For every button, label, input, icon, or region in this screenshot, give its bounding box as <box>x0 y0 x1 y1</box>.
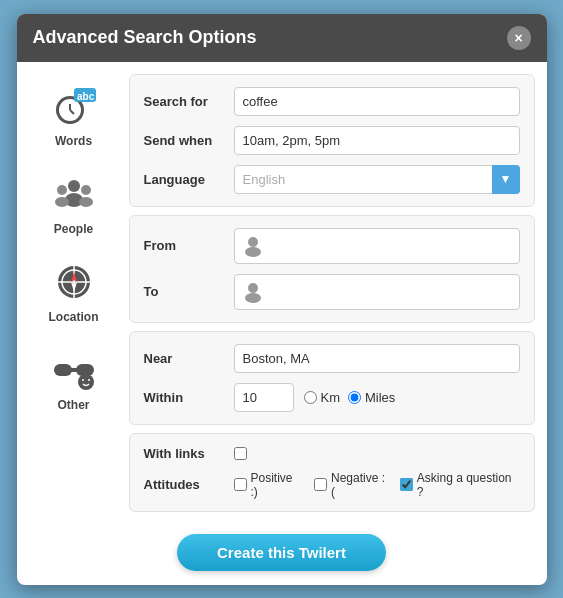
positive-text: Positive :) <box>251 471 303 499</box>
near-input[interactable] <box>234 344 520 373</box>
within-label: Within <box>144 390 224 405</box>
search-for-row: Search for <box>144 87 520 116</box>
sidebar-people-label: People <box>54 222 93 236</box>
to-label: To <box>144 284 224 299</box>
attitudes-row: Attitudes Positive :) Negative :( Ask <box>144 471 520 499</box>
svg-point-22 <box>82 379 84 381</box>
svg-point-6 <box>68 180 80 192</box>
from-input[interactable] <box>234 228 520 264</box>
people-icon <box>50 170 98 218</box>
from-row: From <box>144 228 520 264</box>
attitudes-group: Positive :) Negative :( Asking a questio… <box>234 471 520 499</box>
modal-title: Advanced Search Options <box>33 27 257 48</box>
words-icon: abc <box>50 82 98 130</box>
sidebar-item-location[interactable]: Location <box>29 250 119 332</box>
with-links-row: With links <box>144 446 520 461</box>
miles-radio[interactable] <box>348 391 361 404</box>
svg-point-23 <box>88 379 90 381</box>
distance-unit-group: Km Miles <box>304 390 520 405</box>
with-links-checkbox-group <box>234 447 520 460</box>
svg-rect-20 <box>66 368 82 372</box>
send-when-input[interactable] <box>234 126 520 155</box>
svg-point-9 <box>55 197 69 207</box>
svg-point-26 <box>248 283 258 293</box>
create-twilert-button[interactable]: Create this Twilert <box>177 534 386 571</box>
sidebar-item-words[interactable]: abc Words <box>29 74 119 156</box>
svg-point-27 <box>245 293 261 303</box>
sidebar-item-other[interactable]: Other <box>29 338 119 420</box>
to-row: To <box>144 274 520 310</box>
location-icon <box>50 258 98 306</box>
words-section: Search for Send when Language English Fr… <box>129 74 535 207</box>
svg-text:abc: abc <box>77 91 95 102</box>
within-row: Within Km Miles <box>144 383 520 412</box>
other-section: With links Attitudes Positive :) <box>129 433 535 512</box>
asking-checkbox[interactable] <box>400 478 413 491</box>
modal-body: abc Words People <box>17 62 547 524</box>
sidebar-location-label: Location <box>49 310 99 324</box>
search-for-label: Search for <box>144 94 224 109</box>
near-label: Near <box>144 351 224 366</box>
negative-checkbox[interactable] <box>314 478 327 491</box>
close-button[interactable]: × <box>507 26 531 50</box>
near-row: Near <box>144 344 520 373</box>
svg-point-10 <box>81 185 91 195</box>
km-radio[interactable] <box>304 391 317 404</box>
sidebar-item-people[interactable]: People <box>29 162 119 244</box>
asking-text: Asking a question ? <box>417 471 520 499</box>
from-label: From <box>144 238 224 253</box>
language-row: Language English French Spanish ▼ <box>144 165 520 194</box>
content-area: Search for Send when Language English Fr… <box>129 74 535 512</box>
people-section: From To <box>129 215 535 323</box>
send-when-label: Send when <box>144 133 224 148</box>
other-icon <box>50 346 98 394</box>
language-select-wrap: English French Spanish ▼ <box>234 165 520 194</box>
asking-label[interactable]: Asking a question ? <box>400 471 520 499</box>
positive-label[interactable]: Positive :) <box>234 471 303 499</box>
km-radio-label[interactable]: Km <box>304 390 341 405</box>
person-icon-2 <box>243 281 263 303</box>
search-for-input[interactable] <box>234 87 520 116</box>
language-label: Language <box>144 172 224 187</box>
sidebar-other-label: Other <box>57 398 89 412</box>
svg-point-8 <box>57 185 67 195</box>
person-icon <box>243 235 263 257</box>
km-label: Km <box>321 390 341 405</box>
positive-checkbox[interactable] <box>234 478 247 491</box>
language-select[interactable]: English French Spanish <box>234 165 520 194</box>
modal-header: Advanced Search Options × <box>17 14 547 62</box>
modal-footer: Create this Twilert <box>17 524 547 585</box>
miles-radio-label[interactable]: Miles <box>348 390 395 405</box>
with-links-checkbox[interactable] <box>234 447 247 460</box>
sidebar: abc Words People <box>29 74 119 512</box>
svg-point-24 <box>248 237 258 247</box>
to-input[interactable] <box>234 274 520 310</box>
with-links-label: With links <box>144 446 224 461</box>
attitudes-label: Attitudes <box>144 477 224 492</box>
send-when-row: Send when <box>144 126 520 155</box>
svg-point-25 <box>245 247 261 257</box>
sidebar-words-label: Words <box>55 134 92 148</box>
negative-label[interactable]: Negative :( <box>314 471 388 499</box>
miles-label: Miles <box>365 390 395 405</box>
location-section: Near Within Km Miles <box>129 331 535 425</box>
within-input[interactable] <box>234 383 294 412</box>
svg-point-21 <box>78 374 94 390</box>
modal: Advanced Search Options × abc <box>17 14 547 585</box>
svg-point-11 <box>79 197 93 207</box>
negative-text: Negative :( <box>331 471 388 499</box>
